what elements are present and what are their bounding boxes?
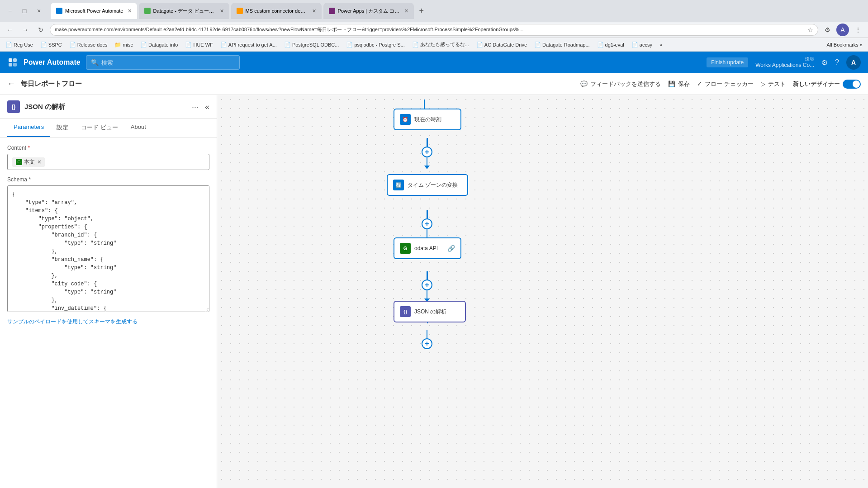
chip-remove-button[interactable]: × [38,158,41,166]
tab-close-4[interactable]: × [404,7,408,14]
header-env: 環境 Works Applications Co... [755,56,814,69]
add-step-button-2[interactable]: + [422,218,432,229]
tab-close-2[interactable]: × [220,7,223,14]
schema-textarea[interactable]: { "type": "array", "items": { "type": "o… [7,185,209,312]
tab-ms-connector[interactable]: MS custom connector demo r... × [231,3,322,19]
test-icon: ▷ [761,81,765,87]
new-designer-toggle: 新しいデザイナー [793,80,861,89]
bookmark-misc[interactable]: 📁misc [113,41,135,49]
tab-code-view[interactable]: コード ビュー [75,119,124,137]
panel-icon: {} [7,100,20,113]
node-current-time[interactable]: ⏰ 現在の時刻 [394,109,461,130]
bookmark-datagate-info[interactable]: 📄Datagate info [138,41,180,49]
address-text: make.powerautomate.com/environments/Defa… [55,26,805,33]
app-header: Power Automate 🔍 Finish update 環境 Works … [0,52,868,73]
bookmark-hue-wf[interactable]: 📄HUE WF [183,41,214,49]
nav-refresh-button[interactable]: ↻ [34,24,47,36]
flow-svg [217,95,868,488]
tab-about[interactable]: About [124,119,152,137]
bookmark-datagate-roadmap[interactable]: 📄Datagate Roadmap... [532,41,592,49]
bookmarks-bar: 📄Reg Use 📄SSPC 📄Release docs 📁misc 📄Data… [0,38,868,52]
tab-settings[interactable]: 設定 [50,119,75,137]
bookmark-accsy[interactable]: 📄accsy [630,41,654,49]
browser-menu-button[interactable]: ⋮ [852,24,864,36]
content-chip: G 本文 × [12,157,45,167]
connector-1-2: + [422,138,432,169]
tab-close-1[interactable]: × [128,7,131,14]
panel-body: Content * G 本文 × Schema * { "type": "arr… [0,137,217,488]
node-header-2: 🔄 タイム ゾーンの変換 [388,175,467,195]
nav-forward-button[interactable]: → [19,24,32,36]
close-button[interactable]: × [33,5,45,17]
content-input[interactable]: G 本文 × [7,154,209,170]
tab-label-2: Datagate - データ ビューアー [153,8,216,14]
back-button[interactable]: ← [7,79,15,89]
bookmarks-more[interactable]: » [659,42,662,47]
bookmark-release[interactable]: 📄Release docs [67,41,109,49]
add-step-button-1[interactable]: + [422,147,432,157]
tab-parameters[interactable]: Parameters [7,119,50,137]
tab-close-3[interactable]: × [312,7,316,14]
extensions-button[interactable]: ⚙ [821,24,834,36]
user-avatar[interactable]: A [846,55,861,70]
checker-icon: ✓ [697,81,702,87]
flow-checker-button[interactable]: ✓ フロー チェッカー [697,80,754,88]
node-label-1: 現在の時刻 [414,116,441,123]
maximize-button[interactable]: □ [18,5,31,17]
json-icon: {} [11,104,15,110]
add-step-button-3[interactable]: + [422,280,432,290]
finish-update-button[interactable]: Finish update [707,57,748,67]
tab-datagate[interactable]: Datagate - データ ビューアー × [139,3,229,19]
tab-favicon-2 [144,8,151,14]
minimize-button[interactable]: − [4,5,16,17]
browser-chrome: − □ × Microsoft Power Automate × Datagat… [0,0,868,22]
node-icon-2: 🔄 [393,180,404,190]
address-bar-row: ← → ↻ make.powerautomate.com/environment… [0,22,868,38]
bookmark-postgresql[interactable]: 📄PostgreSQL ODBC... [282,41,341,49]
tab-power-apps[interactable]: Power Apps | カスタム コネクタ × [323,3,414,19]
new-tab-button[interactable]: + [416,6,428,16]
schema-link[interactable]: サンプルのペイロードを使用してスキーマを生成する [7,318,138,326]
test-button[interactable]: ▷ テスト [761,80,786,88]
connector-after-4: + [422,330,432,349]
help-icon[interactable]: ? [835,58,839,66]
profile-button[interactable]: A [836,24,849,36]
header-right: Finish update 環境 Works Applications Co..… [707,55,861,70]
add-step-button-4[interactable]: + [422,338,432,349]
panel-collapse-button[interactable]: « [205,102,209,112]
flow-canvas[interactable]: ⏰ 現在の時刻 + 🔄 タイム ゾーンの変換 + [217,95,868,488]
tab-label-4: Power Apps | カスタム コネクタ [338,8,400,14]
designer-toggle-switch[interactable] [843,80,861,89]
panel-menu-button[interactable]: ··· [192,102,199,112]
panel-title: JSON の解析 [24,103,187,111]
connector-3-4: + [422,271,432,302]
bookmark-reg-use[interactable]: 📄Reg Use [4,41,35,49]
bookmark-icon[interactable]: ☆ [807,26,813,33]
bookmark-all[interactable]: All Bookmarks » [825,41,864,48]
left-panel: {} JSON の解析 ··· « Parameters 設定 コード ビュー … [0,95,217,488]
bookmark-psqlodbc[interactable]: 📄psqlodbc - Postgre S... [344,41,406,49]
node-odata[interactable]: G odata API 🔗 [394,237,461,259]
header-search[interactable]: 🔍 [86,55,240,70]
settings-icon[interactable]: ⚙ [821,58,828,67]
address-bar[interactable]: make.powerautomate.com/environments/Defa… [50,24,818,36]
feedback-button[interactable]: 💬 フィードバックを送信する [580,80,661,88]
bookmark-api[interactable]: 📄API request to get A... [218,41,279,49]
content-label: Content * [7,145,209,151]
tab-label-3: MS custom connector demo r... [246,8,308,14]
app-logo [7,57,18,68]
nav-back-button[interactable]: ← [4,24,16,36]
sub-header-right: 💬 フィードバックを送信する 💾 保存 ✓ フロー チェッカー ▷ テスト 新し… [580,80,861,89]
save-button[interactable]: 💾 保存 [668,80,690,88]
bookmark-sspc[interactable]: 📄SSPC [38,41,64,49]
node-timezone[interactable]: 🔄 タイム ゾーンの変換 [387,174,468,196]
tab-power-automate[interactable]: Microsoft Power Automate × [51,3,137,19]
node-icon-4: {} [400,306,411,317]
bookmark-anata[interactable]: 📄あなたも感ってるな... [410,40,471,49]
node-json-parse[interactable]: {} JSON の解析 [394,301,466,322]
node-label-3: odata API [414,245,438,251]
bookmark-ac-datagate[interactable]: 📄AC DataGate Drive [474,41,529,49]
search-input[interactable] [101,59,235,66]
bookmark-dg1[interactable]: 📄dg1-eval [595,41,626,49]
node-label-4: JSON の解析 [414,308,446,316]
